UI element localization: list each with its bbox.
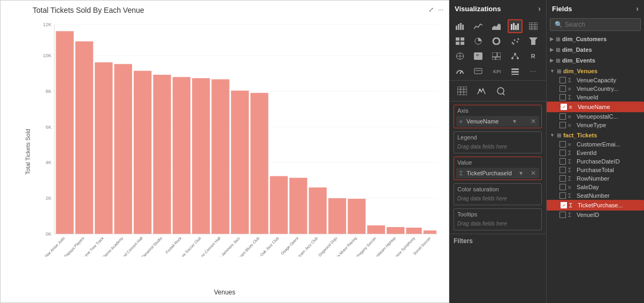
axis-field-dropdown[interactable]: ▾	[513, 118, 516, 125]
field-item-rownumber[interactable]: Σ RowNumber	[547, 174, 644, 183]
svg-text:6K: 6K	[45, 124, 52, 129]
viz-gauge-icon[interactable]	[453, 64, 467, 78]
legend-placeholder: Drag data fields here	[454, 142, 541, 153]
customeremail-type: ≡	[568, 142, 574, 147]
viz-decomp-icon[interactable]	[508, 49, 523, 63]
search-box[interactable]: 🔍	[550, 18, 641, 31]
venueid-checkbox[interactable]	[559, 94, 566, 100]
x-axis-label: Venues	[214, 289, 235, 296]
field-item-purchasedateid[interactable]: Σ PurchaseDateID	[547, 157, 644, 166]
svg-rect-35	[424, 230, 436, 234]
viz-treemap-icon[interactable]	[489, 49, 504, 63]
svg-rect-71	[461, 37, 464, 41]
venues-table-icon: ⊞	[557, 68, 561, 74]
field-group-customers-header[interactable]: ▶ ⊞ dim_Customers	[547, 34, 644, 44]
viz-expand-icon[interactable]: ›	[538, 4, 541, 13]
format-tab-icon[interactable]	[474, 84, 489, 98]
saleday-checkbox[interactable]	[559, 184, 566, 190]
svg-rect-31	[348, 199, 365, 234]
purchasedateid-checkbox[interactable]	[559, 158, 566, 165]
viz-matrix-icon[interactable]	[453, 34, 467, 48]
viz-more-icon[interactable]: ···	[526, 64, 541, 78]
axis-field-remove[interactable]: ✕	[531, 118, 536, 125]
svg-rect-58	[460, 23, 462, 30]
more-chart-icon[interactable]: ···	[438, 6, 443, 13]
venuename-type: ≡	[569, 104, 576, 110]
seatnumber-checkbox[interactable]	[559, 192, 566, 199]
viz-slicer-icon[interactable]	[508, 64, 523, 78]
axis-field-tag[interactable]: ≡ VenueName ▾ ✕	[456, 116, 539, 127]
venues-group-label: dim_Venues	[563, 68, 597, 74]
viz-bar-icon[interactable]	[453, 19, 467, 33]
customeremail-checkbox[interactable]	[559, 141, 566, 147]
rownumber-checkbox[interactable]	[559, 175, 566, 182]
viz-scatter-icon[interactable]	[508, 34, 523, 48]
fields-tab-icon[interactable]	[455, 84, 470, 98]
fields-panel-header: Fields ›	[547, 0, 644, 17]
field-item-venuetype[interactable]: ≡ VenueType	[547, 121, 644, 129]
field-item-venuecountry[interactable]: ≡ VenueCountry...	[547, 84, 644, 93]
field-item-customeremail[interactable]: ≡ CustomerEmai...	[547, 140, 644, 149]
svg-point-80	[517, 38, 519, 40]
venueid2-checkbox[interactable]	[559, 212, 566, 218]
svg-rect-88	[497, 52, 501, 57]
field-item-saleday[interactable]: ≡ SaleDay	[547, 183, 644, 191]
field-item-purchasetotal[interactable]: Σ PurchaseTotal	[547, 166, 644, 174]
viz-donut-icon[interactable]	[489, 34, 504, 48]
legend-label: Legend	[454, 132, 541, 142]
viz-filled-map-icon[interactable]	[471, 49, 486, 63]
field-group-venues-header[interactable]: ▼ ⊞ dim_Venues	[547, 66, 644, 76]
field-item-eventid[interactable]: Σ EventId	[547, 149, 644, 157]
viz-table-icon[interactable]	[526, 19, 541, 33]
viz-column-icon[interactable]	[508, 19, 523, 33]
eventid-checkbox[interactable]	[559, 150, 566, 156]
svg-text:Papaya Players: Papaya Players	[63, 236, 85, 257]
field-item-seatnumber[interactable]: Σ SeatNumber	[547, 191, 644, 200]
svg-rect-97	[474, 68, 482, 74]
events-group-label: dim_Events	[562, 57, 595, 64]
purchasetotal-checkbox[interactable]	[559, 167, 566, 173]
svg-rect-59	[462, 25, 464, 30]
venuetype-checkbox[interactable]	[559, 122, 566, 128]
search-input[interactable]	[565, 21, 644, 28]
svg-rect-17	[75, 41, 93, 234]
field-group-events: ▶ ⊞ dim_Events	[547, 56, 644, 65]
field-item-venueid2[interactable]: Σ VenueID	[547, 211, 644, 219]
value-field-remove[interactable]: ✕	[531, 169, 536, 177]
viz-line-icon[interactable]	[471, 19, 486, 33]
analytics-tab-icon[interactable]	[493, 84, 508, 98]
ticketpurchase-checkbox[interactable]: ✓	[561, 202, 567, 208]
viz-funnel-icon[interactable]	[526, 34, 541, 48]
viz-card-icon[interactable]	[471, 64, 486, 78]
svg-rect-21	[153, 75, 171, 234]
venuecapacity-checkbox[interactable]	[559, 77, 566, 83]
field-item-venueid[interactable]: Σ VenueId	[547, 93, 644, 102]
viz-pie-icon[interactable]	[471, 34, 486, 48]
tooltips-placeholder: Drag data fields here	[454, 219, 541, 230]
venuetype-type: ≡	[568, 122, 574, 128]
svg-point-77	[513, 40, 515, 41]
value-field-dropdown[interactable]: ▾	[519, 169, 523, 177]
venuecountry-checkbox[interactable]	[559, 86, 566, 92]
expand-chart-icon[interactable]: ⤢	[428, 6, 434, 13]
viz-kpi-icon[interactable]: KPI	[489, 64, 504, 78]
field-item-ticketpurchase[interactable]: ✓ Σ TicketPurchase...	[547, 200, 644, 211]
viz-panel-header: Visualizations ›	[449, 0, 546, 17]
venuename-checkbox[interactable]: ✓	[561, 104, 567, 110]
field-group-events-header[interactable]: ▶ ⊞ dim_Events	[547, 56, 644, 65]
viz-area-icon[interactable]	[489, 19, 504, 33]
value-field-tag[interactable]: Σ TicketPurchaseId ▾ ✕	[456, 168, 539, 178]
viz-map-icon[interactable]	[453, 49, 467, 63]
fields-expand-icon[interactable]: ›	[636, 4, 639, 13]
field-item-venuecapacity[interactable]: Σ VenueCapacity	[547, 76, 644, 84]
field-item-venuepostal[interactable]: ≡ VenuepostalC...	[547, 112, 644, 121]
field-group-dates-header[interactable]: ▶ ⊞ dim_Dates	[547, 45, 644, 55]
venuepostal-checkbox[interactable]	[559, 113, 566, 120]
field-group-customers: ▶ ⊞ dim_Customers	[547, 34, 644, 44]
field-item-venuename[interactable]: ✓ ≡ VenueName	[547, 102, 644, 112]
viz-r-icon[interactable]: R	[526, 49, 541, 63]
venuetype-label: VenueType	[577, 122, 606, 128]
svg-point-109	[497, 88, 504, 94]
field-group-tickets-header[interactable]: ▼ ⊞ fact_Tickets	[547, 130, 644, 140]
svg-text:Osage Opera: Osage Opera	[280, 235, 300, 256]
